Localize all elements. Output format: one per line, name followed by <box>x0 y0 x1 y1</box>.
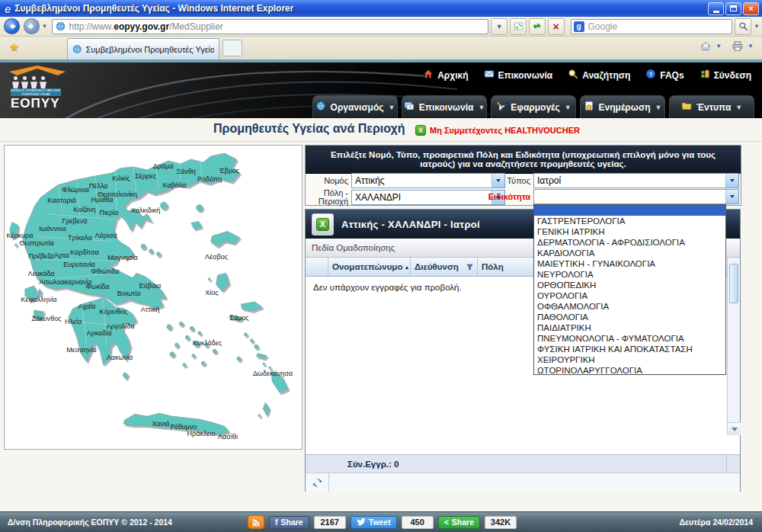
specialty-option[interactable]: ΧΕΙΡΟΥΡΓΙΚΗ <box>534 354 725 365</box>
map-label[interactable]: Μεσσηνία <box>66 346 96 354</box>
specialty-option[interactable]: ΓΕΝΙΚΗ ΙΑΤΡΙΚΗ <box>534 226 725 237</box>
browser-tab[interactable]: Συμβεβλημένοι Προμηθευτές Υγείας <box>67 38 219 59</box>
export-excel-button[interactable]: X <box>312 213 334 236</box>
healthvoucher-link[interactable]: X Μη Συμμετέχοντες HEALTHVOUCHER <box>415 125 580 136</box>
greece-map[interactable]: ΔράμαΞάνθηΈβροςΡοδόπηΚαβάλαΣέρρεςΚιλκίςΠ… <box>4 145 303 450</box>
map-label[interactable]: Κόρινθος <box>100 308 128 316</box>
map-label[interactable]: Ηράκλειο <box>187 430 216 437</box>
specialty-option[interactable]: ΝΕΥΡΟΛΟΓΙΑ <box>534 269 725 280</box>
minimize-button[interactable] <box>708 2 724 15</box>
map-label[interactable]: Άρτα <box>54 252 69 259</box>
map-label[interactable]: Φλώρινα <box>62 186 88 194</box>
address-dropdown-button[interactable]: ▼ <box>491 18 507 35</box>
map-label[interactable]: Χανιά <box>152 420 170 428</box>
map-label[interactable]: Λασίθι <box>218 433 238 441</box>
map-label[interactable]: Χαλκιδική <box>131 207 161 214</box>
map-label[interactable]: Αιτωλοακαρνανία <box>40 278 92 286</box>
recent-pages-dropdown[interactable]: ▼ <box>42 23 48 30</box>
specialty-option[interactable]: ΠΑΙΔΙΑΤΡΙΚΗ <box>534 322 725 333</box>
map-label[interactable]: Πρέβεζα <box>28 252 53 260</box>
map-label[interactable]: Πιερία <box>100 209 119 216</box>
specialty-option[interactable]: ΦΥΣΙΚΗ ΙΑΤΡΙΚΗ ΚΑΙ ΑΠΟΚΑΤΑΣΤΑΣΗ <box>534 344 725 354</box>
search-options-dropdown[interactable]: ▼ <box>754 23 760 30</box>
specialty-option[interactable]: ΚΑΡΔΙΟΛΟΓΙΑ <box>534 248 725 258</box>
specialty-option[interactable]: ΠΑΘΟΛΟΓΙΑ <box>534 312 725 322</box>
map-label[interactable]: Κοζάνη <box>74 206 96 213</box>
refresh-results-button[interactable] <box>306 473 329 492</box>
column-header-address[interactable]: Διεύθυνση <box>411 258 478 276</box>
map-label[interactable]: Ευρυτανία <box>63 261 94 268</box>
specialty-option[interactable]: ΔΕΡΜΑΤΟΛΟΓΙΑ - ΑΦΡΟΔΙΣΙΟΛΟΓΙΑ <box>534 237 725 248</box>
menu-tab-2[interactable]: Επικοινωνία▼ <box>402 95 487 118</box>
map-label[interactable]: Βοιωτία <box>117 290 141 297</box>
back-button[interactable] <box>4 18 20 34</box>
map-label[interactable]: Δωδεκάνησα <box>253 370 293 377</box>
map-label[interactable]: Πέλλα <box>89 182 108 190</box>
menu-tab-1[interactable]: Οργανισμός▼ <box>312 95 398 118</box>
specialty-option[interactable]: ΩΤΟΡΙΝΟΛΑΡΥΓΓΟΛΟΓΙΑ <box>534 365 725 375</box>
map-label[interactable]: Εύβοια <box>139 282 161 290</box>
map-label[interactable]: Καστοριά <box>47 197 75 204</box>
map-label[interactable]: Λακωνία <box>107 354 133 361</box>
column-header-name[interactable]: Ονοματεπώνυμο▲ <box>328 258 411 276</box>
map-label[interactable]: Τρίκαλα <box>68 234 92 242</box>
menu-tab-5[interactable]: Έντυπα▼ <box>669 95 754 118</box>
results-scrollbar[interactable] <box>727 258 740 435</box>
quick-link-3[interactable]: Αναζήτηση <box>568 69 630 82</box>
map-label[interactable]: Κυκλάδες <box>193 339 222 347</box>
map-label[interactable]: Σάμος <box>229 314 248 322</box>
home-dropdown[interactable]: ▼ <box>716 43 722 50</box>
map-label[interactable]: Αρκαδία <box>87 329 112 337</box>
specialty-option[interactable]: ΜΑΙΕΥΤΙΚΗ - ΓΥΝΑΙΚΟΛΟΓΙΑ <box>534 258 725 269</box>
twitter-share-button[interactable]: Tweet <box>351 516 397 529</box>
map-label[interactable]: Κέρκυρα <box>7 232 34 239</box>
map-label[interactable]: Ιωάννινα <box>39 225 66 232</box>
map-label[interactable]: Ημαθία <box>91 196 113 204</box>
search-input[interactable]: g Google <box>571 19 733 34</box>
stop-button[interactable]: × <box>548 18 565 35</box>
map-label[interactable]: Γρεβενά <box>62 217 88 225</box>
favorites-star-icon[interactable]: ★ <box>9 40 19 54</box>
typos-select[interactable]: Ιατροί <box>533 173 739 188</box>
filter-icon[interactable] <box>466 264 473 271</box>
specialty-option[interactable]: ΟΥΡΟΛΟΓΙΑ <box>534 290 725 301</box>
forward-button[interactable] <box>24 18 40 34</box>
scrollbar-thumb[interactable] <box>729 264 738 303</box>
specialty-option[interactable]: ΠΝΕΥΜΟΝΟΛΟΓΙΑ - ΦΥΜΑΤΟΛΟΓΙΑ <box>534 333 725 344</box>
map-label[interactable]: Φθιώτιδα <box>91 268 120 275</box>
map-label[interactable]: Φωκίδα <box>86 283 110 290</box>
specialty-option[interactable] <box>534 205 725 216</box>
map-label[interactable]: Ροδόπη <box>197 175 222 183</box>
map-label[interactable]: Καβάλα <box>162 181 186 189</box>
close-button[interactable]: × <box>743 2 759 15</box>
map-label[interactable]: Ζάκυνθος <box>32 315 62 322</box>
print-toolbar-icon[interactable] <box>732 40 744 52</box>
map-label[interactable]: Μαγνησία <box>107 254 137 261</box>
map-label[interactable]: Καρδίτσα <box>70 248 98 256</box>
map-label[interactable]: Λευκάδα <box>28 270 55 277</box>
compatibility-button[interactable] <box>510 18 527 35</box>
specialty-option[interactable]: ΟΦΘΑΛΜΟΛΟΓΙΑ <box>534 301 725 312</box>
map-label[interactable]: Λάρισα <box>94 232 117 239</box>
home-toolbar-icon[interactable] <box>700 40 712 52</box>
map-label[interactable]: Θεσπρωτία <box>19 239 54 247</box>
map-label[interactable]: Χίος <box>205 289 218 296</box>
scrollbar-down-button[interactable] <box>728 422 741 435</box>
quick-link-2[interactable]: Επικοινωνία <box>484 69 553 82</box>
menu-tab-4[interactable]: iΕνημέρωση▼ <box>580 95 665 118</box>
refresh-button[interactable] <box>529 18 546 35</box>
print-dropdown[interactable]: ▼ <box>748 43 754 50</box>
quick-link-1[interactable]: Αρχική <box>423 69 468 82</box>
sharethis-share-button[interactable]: <Share <box>438 516 480 529</box>
map-label[interactable]: Λέσβος <box>205 253 228 261</box>
search-go-button[interactable] <box>735 18 751 35</box>
map-label[interactable]: Κιλκίς <box>112 175 130 182</box>
specialty-option[interactable]: ΟΡΘΟΠΕΔΙΚΗ <box>534 280 725 290</box>
map-label[interactable]: Αχαΐα <box>78 303 96 310</box>
address-input[interactable]: http://www.eopyy.gov.gr/MedSupplier <box>52 19 489 34</box>
menu-tab-3[interactable]: Εφαρμογές▼ <box>491 95 576 118</box>
eidikotita-select-arrow[interactable] <box>725 190 738 204</box>
maximize-button[interactable] <box>725 2 741 15</box>
facebook-share-button[interactable]: fShare <box>269 516 309 529</box>
map-label[interactable]: Ξάνθη <box>176 168 196 175</box>
